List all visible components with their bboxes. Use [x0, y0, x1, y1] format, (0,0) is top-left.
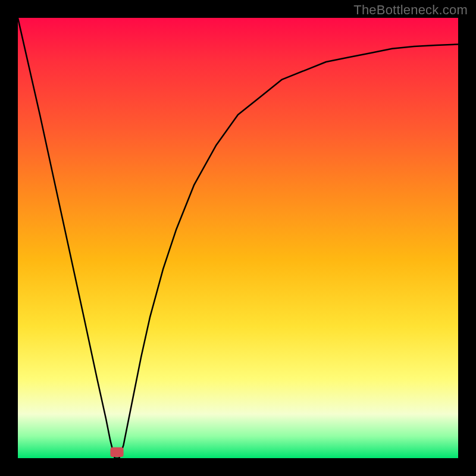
- chart-frame: TheBottleneck.com: [0, 0, 476, 476]
- optimal-marker: [110, 447, 123, 457]
- bottleneck-curve: [18, 18, 458, 458]
- plot-svg: [18, 18, 458, 458]
- plot-area: [18, 18, 458, 458]
- watermark-label: TheBottleneck.com: [353, 2, 468, 18]
